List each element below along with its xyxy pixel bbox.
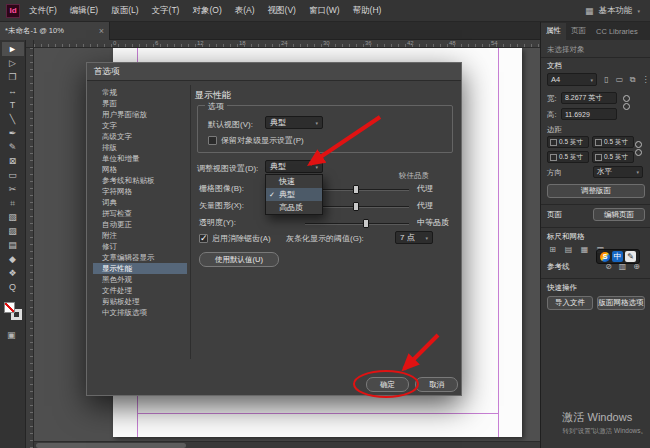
preferences-category[interactable]: 高级文字 xyxy=(93,131,187,142)
edit-pages-button[interactable]: 编辑页面 xyxy=(593,208,645,221)
more-settings-icon[interactable]: ⋮ xyxy=(640,74,650,86)
link-margins-icon[interactable] xyxy=(635,141,642,154)
screen-mode-icon[interactable]: ▣ xyxy=(7,330,16,340)
menu-item[interactable]: 窗口(W) xyxy=(309,5,340,17)
greek-threshold-select[interactable]: 7 点 ▾ xyxy=(395,231,433,244)
rulers-icon[interactable]: ⊞ xyxy=(547,244,558,256)
adjust-view-settings-select[interactable]: 典型 ▾ xyxy=(265,160,323,173)
sogou-icon[interactable]: S xyxy=(600,252,610,262)
menu-item[interactable]: 表(A) xyxy=(235,5,255,17)
import-file-button[interactable]: 导入文件 xyxy=(547,296,593,310)
horizontal-ruler[interactable]: 061218243036424854 xyxy=(34,40,540,48)
layout-grid-options-button[interactable]: 版面网格选项 xyxy=(597,296,645,310)
menu-item[interactable]: 视图(V) xyxy=(268,5,296,17)
preferences-category[interactable]: 文章编辑器显示 xyxy=(93,252,187,263)
preserve-object-display-checkbox[interactable] xyxy=(208,136,217,145)
rectangle-tool[interactable]: ▭ xyxy=(2,168,24,182)
preferences-category[interactable]: 排版 xyxy=(93,142,187,153)
preferences-category[interactable]: 附注 xyxy=(93,230,187,241)
landscape-icon[interactable]: ▭ xyxy=(614,74,625,86)
scissors-tool[interactable]: ✂ xyxy=(2,182,24,196)
menu-item[interactable]: 编辑(E) xyxy=(70,5,98,17)
close-tab-icon[interactable]: × xyxy=(99,26,104,36)
menu-item[interactable]: 帮助(H) xyxy=(353,5,382,17)
slider-thumb[interactable] xyxy=(353,202,359,211)
preferences-category[interactable]: 自动更正 xyxy=(93,219,187,230)
preferences-category[interactable]: 文字 xyxy=(93,120,187,131)
height-field[interactable]: 11.6929 xyxy=(561,108,617,120)
slider-thumb[interactable] xyxy=(363,219,369,228)
portrait-icon[interactable]: ▯ xyxy=(601,74,612,86)
margin-field[interactable]: 0.5 英寸 xyxy=(592,151,634,163)
free-transform-tool[interactable]: ⌗ xyxy=(2,196,24,210)
tab-properties[interactable]: 属性 xyxy=(541,23,566,40)
ime-mode-icon[interactable]: 中 xyxy=(612,251,623,262)
dialog-title-bar[interactable]: 首选项 xyxy=(87,63,461,81)
line-tool[interactable]: ╲ xyxy=(2,112,24,126)
antialias-checkbox[interactable] xyxy=(199,234,208,243)
tab-cc-libraries[interactable]: CC Libraries xyxy=(591,24,643,40)
cancel-button[interactable]: 取消 xyxy=(415,377,458,392)
document-tab[interactable]: *未命名-1 @ 10% × xyxy=(0,22,110,40)
margin-field[interactable]: 0.5 英寸 xyxy=(547,136,589,148)
menu-item[interactable]: 版面(L) xyxy=(111,5,138,17)
preferences-category[interactable]: 参考线和粘贴板 xyxy=(93,175,187,186)
menu-item[interactable]: 对象(O) xyxy=(192,5,221,17)
orientation-select[interactable]: 水平 ▾ xyxy=(593,166,643,178)
gradient-tool[interactable]: ▧ xyxy=(2,210,24,224)
preferences-category[interactable]: 中文排版选项 xyxy=(93,307,187,318)
scrollbar-thumb[interactable] xyxy=(36,443,186,448)
type-tool[interactable]: T xyxy=(2,98,24,112)
page-tool[interactable]: ❐ xyxy=(2,70,24,84)
direct-selection-tool[interactable]: ▷ xyxy=(2,56,24,70)
preferences-category[interactable]: 常规 xyxy=(93,87,187,98)
preferences-category[interactable]: 修订 xyxy=(93,241,187,252)
frame-tool[interactable]: ⊠ xyxy=(2,154,24,168)
gap-tool[interactable]: ↔ xyxy=(2,84,24,98)
use-defaults-button[interactable]: 使用默认值(U) xyxy=(199,252,279,267)
workspace-switcher[interactable]: 基本功能 xyxy=(598,5,632,17)
width-field[interactable]: 8.2677 英寸 xyxy=(561,92,617,104)
preferences-category[interactable]: 显示性能 xyxy=(93,263,187,274)
preferences-category[interactable]: 界面 xyxy=(93,98,187,109)
preferences-category[interactable]: 黑色外观 xyxy=(93,274,187,285)
vertical-ruler[interactable] xyxy=(26,48,34,448)
fill-swatch-none[interactable] xyxy=(4,302,15,313)
horizontal-scrollbar[interactable] xyxy=(34,441,540,448)
eyedropper-tool[interactable]: ◆ xyxy=(2,252,24,266)
hand-tool[interactable]: ❖ xyxy=(2,266,24,280)
zoom-tool[interactable]: Q xyxy=(2,280,24,294)
ruler-origin-corner[interactable] xyxy=(26,40,34,48)
dropdown-option[interactable]: 高品质 xyxy=(266,201,322,214)
preferences-category[interactable]: 网格 xyxy=(93,164,187,175)
dropdown-option[interactable]: 快速 xyxy=(266,175,322,188)
facing-pages-icon[interactable]: ⧉ xyxy=(627,74,638,86)
gradient-feather-tool[interactable]: ▨ xyxy=(2,224,24,238)
fill-stroke-swatches[interactable] xyxy=(4,302,22,320)
dropdown-option[interactable]: ✓ 典型 xyxy=(266,188,322,201)
preferences-category[interactable]: 词典 xyxy=(93,197,187,208)
margin-field[interactable]: 0.5 英寸 xyxy=(592,136,634,148)
preferences-category[interactable]: 文件处理 xyxy=(93,285,187,296)
menu-item[interactable]: 文字(T) xyxy=(152,5,180,17)
default-view-select[interactable]: 典型 ▾ xyxy=(265,116,323,129)
baseline-grid-icon[interactable]: ▤ xyxy=(563,244,574,256)
slider-thumb[interactable] xyxy=(353,185,359,194)
pencil-tool[interactable]: ✎ xyxy=(2,140,24,154)
adjust-layout-button[interactable]: 调整版面 xyxy=(547,184,645,198)
pen-tool[interactable]: ✒ xyxy=(2,126,24,140)
preferences-category[interactable]: 拼写检查 xyxy=(93,208,187,219)
note-tool[interactable]: ▤ xyxy=(2,238,24,252)
ime-pen-icon[interactable]: ✎ xyxy=(625,251,636,262)
document-grid-icon[interactable]: ▦ xyxy=(579,244,590,256)
ok-button[interactable]: 确定 xyxy=(366,377,409,392)
page-size-select[interactable]: A4 ▾ xyxy=(547,73,597,86)
transparency-slider[interactable] xyxy=(305,223,409,225)
preferences-category[interactable]: 用户界面缩放 xyxy=(93,109,187,120)
tab-pages[interactable]: 页面 xyxy=(566,23,591,40)
link-dimensions-icon[interactable] xyxy=(623,95,630,108)
preferences-category[interactable]: 单位和增量 xyxy=(93,153,187,164)
preferences-category[interactable]: 字符网格 xyxy=(93,186,187,197)
selection-tool[interactable]: ► xyxy=(2,42,24,56)
margin-field[interactable]: 0.5 英寸 xyxy=(547,151,589,163)
